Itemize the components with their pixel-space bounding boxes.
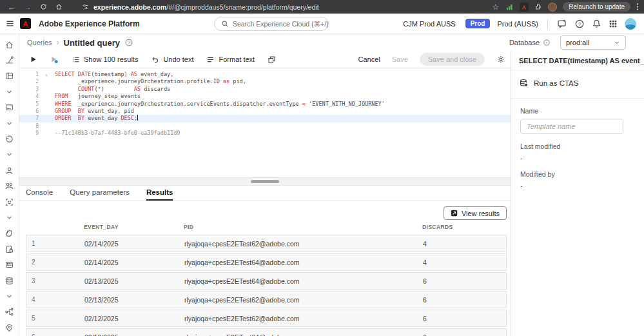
sources-icon[interactable] <box>0 131 19 146</box>
code-text <box>52 123 55 130</box>
chevron-down-icon[interactable] <box>0 84 19 99</box>
panel-splitter[interactable] <box>19 177 511 186</box>
undo-button[interactable]: Undo text <box>151 55 193 64</box>
chevron-down-icon[interactable] <box>0 115 19 131</box>
copy-icon <box>268 55 276 64</box>
feedback-icon[interactable] <box>557 19 567 29</box>
policies-icon[interactable] <box>0 241 19 257</box>
search-icon <box>221 20 229 28</box>
splitter-handle[interactable] <box>251 180 279 183</box>
refresh-icon[interactable] <box>40 3 47 10</box>
home-icon[interactable] <box>0 37 19 52</box>
menu-icon[interactable] <box>5 19 15 28</box>
database-info-icon[interactable] <box>543 39 551 46</box>
workflows-icon[interactable] <box>0 52 19 68</box>
back-icon[interactable]: ← <box>8 3 15 12</box>
code-line-8[interactable]: 8 <box>19 123 511 130</box>
user-avatar[interactable] <box>625 18 636 30</box>
browser-profile-avatar[interactable] <box>548 3 557 12</box>
line-number: 4 <box>19 93 41 100</box>
locations-icon[interactable] <box>0 320 19 335</box>
cancel-button[interactable]: Cancel <box>358 55 380 63</box>
table-row[interactable]: 102/14/2025rlyajoqa+cpesE2ETest62@adobe.… <box>26 235 507 252</box>
code-line-6[interactable]: 6GROUP BY event_day, pid <box>19 108 511 115</box>
url-path: /#/@cjmproddaus5/sname:prod/platform/que… <box>166 3 319 11</box>
row-index: 2 <box>32 259 84 266</box>
dashboards-icon[interactable] <box>0 68 19 84</box>
table-row[interactable]: 302/13/2025rlyajoqa+cpesE2ETest64@adobe.… <box>26 272 507 290</box>
code-line-5[interactable]: 5WHERE _experience.journeyOrchestration.… <box>19 101 511 108</box>
datasets-icon[interactable] <box>0 257 19 272</box>
show-results-button[interactable]: Show 100 results <box>72 55 138 64</box>
identity-icon[interactable] <box>0 194 19 210</box>
format-button[interactable]: Format text <box>206 55 255 64</box>
code-line-3[interactable]: 3 COUNT(*) AS discards <box>19 86 511 93</box>
breadcrumb-parent[interactable]: Queries <box>27 39 52 46</box>
run-query-button[interactable] <box>30 55 37 63</box>
forward-icon[interactable]: → <box>24 3 32 12</box>
fold-chevron-icon[interactable]: ⌄ <box>41 71 52 78</box>
save-and-close-button[interactable]: Save and close <box>420 53 485 66</box>
run-as-ctas-button[interactable]: Run as CTAS <box>519 78 636 88</box>
code-line-9[interactable]: 9--71c148b3-b7af-4483-bfe0-ea39fadb11d9 <box>19 130 511 137</box>
code-line-1[interactable]: 1⌄SELECT DATE(timestamp) AS event_day, <box>19 71 511 78</box>
view-results-button[interactable]: View results <box>444 206 507 220</box>
extensions-icon[interactable] <box>534 3 542 11</box>
tab-console[interactable]: Console <box>26 188 53 201</box>
save-button[interactable]: Save <box>392 55 408 63</box>
column-event-day[interactable]: EVENT_DAY <box>84 224 184 230</box>
help-icon[interactable]: ? <box>574 19 585 29</box>
tab-query-parameters[interactable]: Query parameters <box>70 188 130 201</box>
app-switcher-icon[interactable] <box>609 19 618 28</box>
table-row[interactable]: 602/12/2025rlyajoqa+cpesE2ETest64@adobe.… <box>26 328 507 336</box>
chevron-down-icon[interactable] <box>0 210 19 225</box>
cell-discards: 6 <box>423 315 506 322</box>
sql-editor[interactable]: 1⌄SELECT DATE(timestamp) AS event_day,2 … <box>19 68 511 177</box>
chevron-down-icon[interactable] <box>0 288 19 304</box>
queries-icon[interactable] <box>0 273 19 288</box>
code-line-2[interactable]: 2 _experience.journeyOrchestration.profi… <box>19 78 511 85</box>
env-name[interactable]: Prod (AUSS) <box>497 20 538 28</box>
adobe-logo[interactable]: A <box>20 18 31 29</box>
extension-analytics-icon[interactable] <box>505 3 514 12</box>
fold-gutter <box>41 93 52 100</box>
code-text: SELECT DATE(timestamp) AS event_day, <box>52 71 173 78</box>
privacy-icon[interactable] <box>0 226 19 241</box>
site-info-icon[interactable] <box>82 3 89 10</box>
query-toolbar: Show 100 results Undo text Format text <box>19 51 511 68</box>
database-select[interactable]: prod:all <box>560 35 626 50</box>
cell-pid: rlyajoqa+cpesE2ETest62@adobe.com <box>184 240 423 248</box>
chevron-down-icon[interactable] <box>0 147 19 163</box>
notifications-icon[interactable] <box>592 19 601 28</box>
extension-adobe-icon[interactable] <box>520 3 529 12</box>
row-index: 4 <box>32 296 84 303</box>
column-discards[interactable]: DISCARDS <box>422 224 507 230</box>
settings-gear-icon[interactable] <box>496 55 505 64</box>
search-placeholder: Search Experience Cloud (⌘+/) <box>233 20 329 28</box>
home-icon[interactable] <box>55 3 63 10</box>
address-bar[interactable]: experience.adobe.com/#/@cjmproddaus5/sna… <box>82 3 490 11</box>
column-pid[interactable]: PID <box>184 224 422 230</box>
cell-pid: rlyajoqa+cpesE2ETest64@adobe.com <box>184 259 423 266</box>
bookmark-star-icon[interactable]: ☆ <box>493 3 500 12</box>
journeys-icon[interactable] <box>0 304 19 320</box>
table-row[interactable]: 402/13/2025rlyajoqa+cpesE2ETest62@adobe.… <box>26 291 507 308</box>
browser-menu-icon[interactable] <box>636 3 639 11</box>
table-row[interactable]: 202/14/2025rlyajoqa+cpesE2ETest64@adobe.… <box>26 253 507 271</box>
breadcrumb-row: Queries › Untitled query ? Database prod… <box>19 34 644 51</box>
profile-icon[interactable] <box>0 163 19 178</box>
tab-results[interactable]: Results <box>146 188 173 201</box>
global-search[interactable]: Search Experience Cloud (⌘+/) <box>214 17 329 31</box>
code-text: ORDER BY event_day DESC; <box>52 115 138 122</box>
cell-event-day: 02/14/2025 <box>84 259 184 266</box>
browse-icon[interactable] <box>0 100 19 115</box>
table-row[interactable]: 502/12/2025rlyajoqa+cpesE2ETest62@adobe.… <box>26 310 507 327</box>
copy-query-button[interactable] <box>268 55 276 64</box>
audiences-icon[interactable] <box>0 179 19 194</box>
run-selection-button[interactable] <box>50 55 59 64</box>
template-name-input[interactable] <box>520 119 623 134</box>
query-help-icon[interactable]: ? <box>124 38 133 47</box>
code-line-4[interactable]: 4FROM journey_step_events <box>19 93 511 100</box>
code-line-7[interactable]: 7ORDER BY event_day DESC; <box>19 115 511 122</box>
relaunch-button[interactable]: Relaunch to update <box>563 2 630 12</box>
